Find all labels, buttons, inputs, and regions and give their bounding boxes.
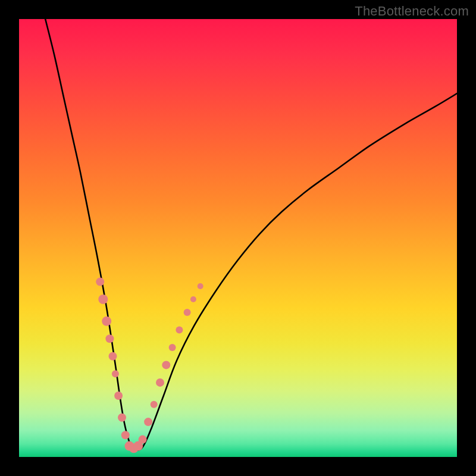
curve-marker bbox=[156, 378, 164, 387]
curve-markers bbox=[96, 278, 203, 453]
curve-marker bbox=[176, 327, 183, 334]
curve-marker bbox=[169, 344, 176, 351]
curve-marker bbox=[139, 436, 147, 444]
watermark-text: TheBottleneck.com bbox=[355, 4, 469, 19]
bottleneck-curve bbox=[45, 19, 457, 450]
curve-marker bbox=[121, 431, 130, 439]
curve-marker bbox=[162, 361, 170, 369]
curve-marker bbox=[118, 414, 126, 422]
curve-svg bbox=[19, 19, 457, 457]
curve-marker bbox=[96, 278, 104, 286]
curve-marker bbox=[105, 334, 114, 343]
curve-marker bbox=[190, 296, 196, 302]
plot-area bbox=[19, 19, 457, 457]
curve-marker bbox=[112, 370, 119, 377]
curve-marker bbox=[198, 283, 203, 289]
curve-marker bbox=[102, 317, 111, 326]
curve-marker bbox=[114, 392, 123, 400]
curve-marker bbox=[98, 295, 108, 304]
curve-marker bbox=[151, 401, 158, 408]
curve-marker bbox=[109, 352, 117, 361]
curve-marker bbox=[184, 309, 191, 316]
chart-stage: TheBottleneck.com bbox=[0, 0, 476, 476]
curve-marker bbox=[144, 418, 152, 426]
